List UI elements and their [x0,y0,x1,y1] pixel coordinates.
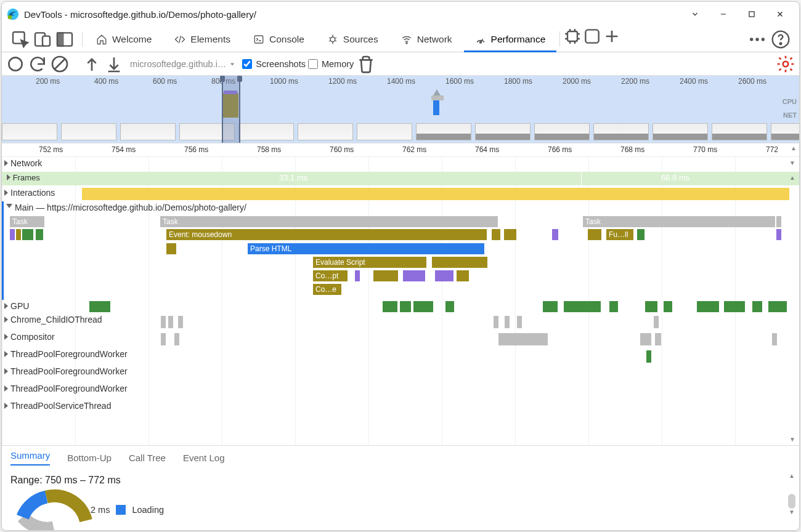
compile-block[interactable]: Co…e [313,284,341,295]
tab-console[interactable]: Console [242,26,316,52]
track-main[interactable]: Main — https://microsoftedge.github.io/D… [2,201,799,300]
tab-call-tree[interactable]: Call Tree [129,453,166,463]
collapse-icon[interactable] [6,204,12,211]
tab-bottom-up[interactable]: Bottom-Up [67,453,112,463]
expand-icon[interactable] [4,160,8,166]
function-call[interactable]: Fu…ll [606,229,633,240]
expand-icon[interactable] [4,351,8,357]
tab-sources[interactable]: Sources [316,26,390,52]
event-mousedown[interactable]: Event: mousedown [166,229,487,240]
inspect-icon[interactable] [10,30,30,49]
svg-point-21 [406,42,407,43]
task-block[interactable]: Task [583,216,775,227]
console-icon [253,34,264,45]
tab-event-log[interactable]: Event Log [183,453,225,463]
target-selector[interactable]: microsoftedge.github.i… [126,59,240,69]
svg-point-40 [780,42,782,44]
frame-duration: 33.1 ms [279,173,307,182]
expand-icon[interactable] [4,385,8,392]
overview-range-handle[interactable] [222,76,240,143]
maximize-button[interactable] [738,4,766,24]
track-threadpool-service[interactable]: ThreadPoolServiceThread [2,400,799,417]
svg-line-43 [55,59,65,69]
svg-rect-8 [43,36,50,46]
expand-icon[interactable] [4,334,8,340]
svg-point-41 [9,57,22,70]
trash-icon[interactable] [356,54,376,74]
gauge-icon [475,34,486,45]
download-icon[interactable] [104,54,124,74]
track-threadpool-fg-1[interactable]: ThreadPoolForegroundWorker [2,348,799,365]
scroll-up-arrow[interactable]: ▲ [789,174,795,181]
minimize-button[interactable] [709,4,738,24]
expand-icon[interactable] [7,174,10,180]
chevron-down-icon[interactable] [681,4,709,24]
tab-network[interactable]: Network [390,26,464,52]
add-tab-button[interactable] [602,26,622,46]
tab-performance[interactable]: Performance [464,26,558,52]
svg-line-17 [335,38,336,39]
expand-icon[interactable] [4,303,8,309]
more-icon[interactable] [747,30,767,49]
track-frames[interactable]: Frames 33.1 ms 66.8 ms ▲ [2,172,799,187]
track-threadpool-fg-3[interactable]: ThreadPoolForegroundWorker [2,382,799,400]
record-button[interactable] [6,54,25,74]
scroll-up-arrow[interactable]: ▲ [791,145,797,151]
svg-rect-33 [586,30,599,42]
legend-row: 2 ms Loading [91,505,164,515]
tab-label: Sources [343,34,378,45]
svg-point-37 [755,38,758,41]
svg-rect-10 [57,33,63,46]
track-network[interactable]: Network ▼ [2,157,799,172]
tab-label: Welcome [112,34,152,45]
wifi-icon [401,34,412,45]
performance-toolbar: microsoftedge.github.i… Screenshots Memo… [2,52,799,76]
checkbox-label: Memory [322,59,354,69]
panel-icon[interactable] [582,26,602,46]
expand-icon[interactable] [4,316,8,323]
track-interactions[interactable]: Interactions [2,187,799,201]
flame-tracks[interactable]: Network ▼ Frames 33.1 ms 66.8 ms ▲ Inter… [2,157,799,445]
code-icon [174,34,185,45]
expand-icon[interactable] [4,190,8,196]
expand-icon[interactable] [4,403,8,409]
svg-rect-53 [431,95,444,100]
evaluate-script[interactable]: Evaluate Script [313,257,426,268]
clear-button[interactable] [50,54,70,74]
task-block[interactable]: Task [160,216,498,227]
reload-record-button[interactable] [28,54,47,74]
track-label: ThreadPoolForegroundWorker [10,366,128,376]
tab-welcome[interactable]: Welcome [85,26,163,52]
screenshots-checkbox[interactable]: Screenshots [242,59,306,69]
track-child-io[interactable]: Chrome_ChildIOThread [2,313,799,331]
compile-block[interactable]: Co…pt [313,270,348,281]
settings-gear-icon[interactable] [776,54,795,74]
track-threadpool-fg-2[interactable]: ThreadPoolForegroundWorker [2,365,799,382]
track-compositor[interactable]: Compositor [2,331,799,348]
device-toggle-icon[interactable] [33,30,52,49]
tab-elements[interactable]: Elements [163,26,242,52]
task-block[interactable]: Task [10,216,44,227]
svg-line-16 [329,38,331,39]
track-gpu[interactable]: GPU [2,300,799,313]
dropdown-triangle-icon [229,60,236,68]
scroll-down-arrow[interactable]: ▼ [789,159,795,166]
track-label: Frames [13,173,40,182]
window-title: DevTools - microsoftedge.github.io/Demos… [24,9,256,20]
tab-summary[interactable]: Summary [10,450,50,465]
bug-icon [327,34,338,45]
upload-icon[interactable] [82,54,102,74]
memory-chip-icon[interactable] [563,26,582,46]
overview-minimap[interactable]: 200 ms 400 ms 600 ms 800 ms 1000 ms 1200… [2,76,799,143]
expand-icon[interactable] [4,368,8,374]
svg-line-18 [329,40,331,41]
scroll-down-arrow[interactable]: ▼ [789,436,795,443]
screenshot-thumbnails [2,123,787,142]
help-icon[interactable] [771,30,791,49]
close-button[interactable] [766,4,794,24]
summary-scrollbar[interactable]: ▲ ▼ [788,472,795,522]
bottom-tabstrip: Summary Bottom-Up Call Tree Event Log [2,445,799,470]
dock-side-icon[interactable] [55,30,75,49]
parse-html[interactable]: Parse HTML [248,243,484,254]
memory-checkbox[interactable]: Memory [308,59,354,69]
